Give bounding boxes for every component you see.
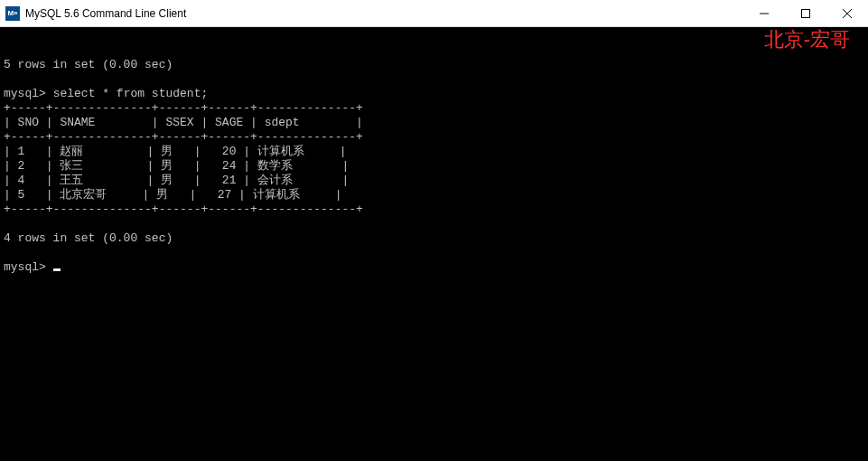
- cursor: [53, 268, 61, 271]
- app-icon: M»: [5, 6, 20, 21]
- table-border-bot: +-----+--------------+------+------+----…: [4, 202, 363, 216]
- close-button[interactable]: [826, 0, 868, 26]
- table-border-mid: +-----+--------------+------+------+----…: [4, 130, 363, 144]
- prompt: mysql>: [4, 87, 46, 100]
- query-line: mysql> select * from student;: [4, 87, 208, 100]
- prompt-line: mysql>: [4, 260, 61, 274]
- minimize-button[interactable]: [743, 0, 785, 26]
- prev-result-line: 5 rows in set (0.00 sec): [4, 58, 173, 71]
- terminal-area[interactable]: 北京-宏哥 5 rows in set (0.00 sec) mysql> se…: [0, 27, 868, 461]
- window-title: MySQL 5.6 Command Line Client: [25, 7, 743, 20]
- sql-query: select * from student;: [53, 87, 209, 100]
- maximize-button[interactable]: [785, 0, 826, 26]
- svg-rect-1: [802, 9, 810, 17]
- table-header-row: | SNO | SNAME | SSEX | SAGE | sdept |: [4, 116, 363, 129]
- window-titlebar: M» MySQL 5.6 Command Line Client: [0, 0, 868, 27]
- table-border-top: +-----+--------------+------+------+----…: [4, 101, 363, 115]
- table-body: | 1 | 赵丽 | 男 | 20 | 计算机系 | | 2 | 张三 | 男 …: [4, 145, 864, 202]
- prompt: mysql>: [4, 260, 46, 274]
- window-controls: [743, 0, 868, 26]
- result-line: 4 rows in set (0.00 sec): [4, 231, 173, 245]
- watermark-text: 北京-宏哥: [764, 33, 850, 47]
